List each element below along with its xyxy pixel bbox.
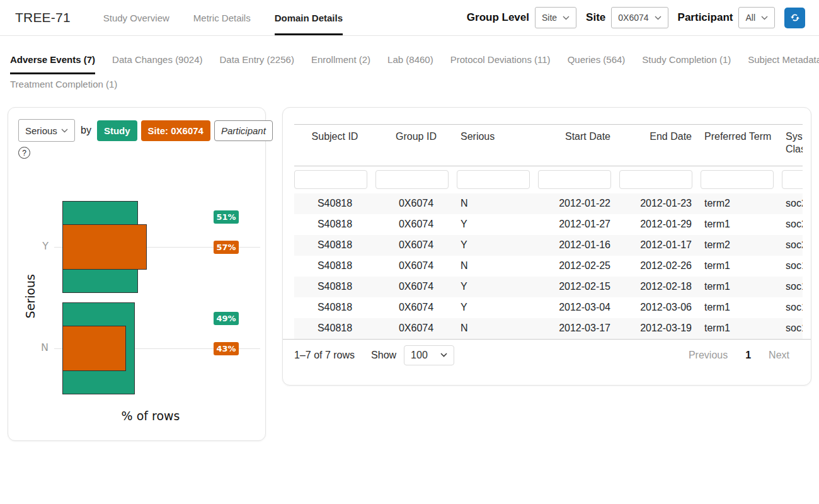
cell-system-organ-class: soc1	[782, 256, 803, 277]
column-header-end-date[interactable]: End Date	[619, 125, 701, 166]
cell-group-id: 0X6074	[375, 277, 457, 297]
previous-page-button[interactable]: Previous	[689, 350, 728, 361]
chevron-down-icon	[563, 16, 570, 20]
domain-tab-treatment-completion-1[interactable]: Treatment Completion (1)	[10, 79, 117, 89]
nav-item-study-overview[interactable]: Study Overview	[103, 0, 169, 35]
cell-start-date: 2012-03-04	[538, 297, 619, 318]
domain-tab-subject-metadata-2[interactable]: Subject Metadata (2)	[748, 45, 819, 74]
bar-site-0x6074-y	[62, 224, 147, 270]
main-nav: Study OverviewMetric DetailsDomain Detai…	[103, 0, 343, 35]
domain-tab-protocol-deviations-11[interactable]: Protocol Deviations (11)	[450, 45, 551, 74]
cell-preferred-term: term1	[701, 277, 782, 297]
column-filter-input-start-date[interactable]	[538, 170, 611, 189]
participant-select-value: All	[745, 13, 755, 23]
domain-tab-data-entry-2256[interactable]: Data Entry (2256)	[220, 45, 294, 74]
chevron-down-icon	[655, 16, 662, 20]
cell-preferred-term: term2	[701, 193, 782, 214]
domain-tab-study-completion-1[interactable]: Study Completion (1)	[642, 45, 731, 74]
value-label-site-0x6074-n: 43%	[214, 342, 239, 355]
participant-label: Participant	[678, 11, 733, 24]
cell-group-id: 0X6074	[375, 318, 457, 339]
table-filter-row	[294, 166, 803, 193]
nav-item-domain-details[interactable]: Domain Details	[275, 0, 343, 35]
cell-start-date: 2012-01-27	[538, 214, 619, 235]
next-page-button[interactable]: Next	[769, 350, 789, 361]
cell-serious: Y	[457, 277, 538, 297]
participant-filter: Participant All	[678, 7, 775, 28]
domain-tab-lab-8460[interactable]: Lab (8460)	[387, 45, 433, 74]
cell-system-organ-class: soc2	[782, 214, 803, 235]
cell-start-date: 2012-02-15	[538, 277, 619, 297]
value-label-study-n: 49%	[214, 312, 239, 325]
cell-system-organ-class: soc1	[782, 277, 803, 297]
row-range-text: 1–7 of 7 rows	[294, 350, 355, 361]
column-header-start-date[interactable]: Start Date	[538, 125, 619, 166]
cell-start-date: 2012-03-17	[538, 318, 619, 339]
domain-tab-adverse-events-7[interactable]: Adverse Events (7)	[10, 45, 95, 74]
cell-serious: N	[457, 318, 538, 339]
table-footer: 1–7 of 7 rows Show 100 Previous 1 Next	[283, 339, 811, 375]
cell-group-id: 0X6074	[375, 256, 457, 277]
chart-x-axis-label: % of rows	[56, 409, 245, 423]
cell-system-organ-class: soc1	[782, 318, 803, 339]
cell-subject-id: S40818	[294, 256, 375, 277]
participant-select[interactable]: All	[738, 7, 775, 28]
domain-tab-queries-564[interactable]: Queries (564)	[568, 45, 626, 74]
cell-group-id: 0X6074	[375, 297, 457, 318]
cell-start-date: 2012-01-22	[538, 193, 619, 214]
column-header-serious[interactable]: Serious	[457, 125, 538, 166]
page-size-select[interactable]: 100	[404, 345, 454, 365]
domain-tabs: Adverse Events (7)Data Changes (9024)Dat…	[10, 45, 814, 89]
domain-tab-enrollment-2[interactable]: Enrollment (2)	[311, 45, 370, 74]
group-level-filter: Group Level Site	[467, 7, 576, 28]
adverse-events-table: Subject IDGroup IDSeriousStart DateEnd D…	[294, 124, 803, 339]
cell-subject-id: S40818	[294, 214, 375, 235]
cell-serious: Y	[457, 235, 538, 256]
table-row: S408180X6074Y2012-02-152012-02-18term1so…	[294, 277, 803, 297]
column-filter-input-end-date[interactable]	[619, 170, 692, 189]
nav-item-metric-details[interactable]: Metric Details	[193, 0, 251, 35]
table-row: S408180X6074N2012-02-252012-02-26term1so…	[294, 256, 803, 277]
site-label: Site	[586, 11, 605, 24]
table-row: S408180X6074N2012-01-222012-01-23term2so…	[294, 193, 803, 214]
column-header-preferred-term[interactable]: Preferred Term	[701, 125, 782, 166]
column-filter-input-preferred-term[interactable]	[701, 170, 774, 189]
group-level-label: Group Level	[467, 11, 529, 24]
group-level-select[interactable]: Site	[535, 7, 576, 28]
cell-subject-id: S40818	[294, 193, 375, 214]
current-page-button[interactable]: 1	[745, 350, 751, 361]
cell-subject-id: S40818	[294, 318, 375, 339]
cell-end-date: 2012-03-19	[619, 318, 701, 339]
column-filter-input-subject-id[interactable]	[294, 170, 367, 189]
cell-system-organ-class: soc2	[782, 193, 803, 214]
app-header: TREE-71 Study OverviewMetric DetailsDoma…	[0, 0, 819, 36]
chevron-down-icon	[761, 16, 768, 20]
domain-tabs-row-2: Treatment Completion (1)	[10, 79, 814, 89]
column-filter-input-system-organ-class[interactable]	[782, 170, 803, 189]
chart-tick-label-n: N	[27, 341, 49, 353]
column-filter-input-group-id[interactable]	[375, 170, 449, 189]
column-filter-input-serious[interactable]	[457, 170, 530, 189]
cell-preferred-term: term1	[701, 256, 782, 277]
table-row: S408180X6074Y2012-01-272012-01-29term1so…	[294, 214, 803, 235]
bar-chart: Serious % of rows Y51%57%N49%43%	[8, 108, 265, 440]
chart-y-axis-label: Serious	[23, 274, 37, 318]
cell-system-organ-class: soc1	[782, 297, 803, 318]
cell-preferred-term: term2	[701, 235, 782, 256]
value-label-site-0x6074-y: 57%	[214, 241, 239, 254]
site-select[interactable]: 0X6074	[611, 7, 668, 28]
table-viewport: Subject IDGroup IDSeriousStart DateEnd D…	[288, 124, 803, 340]
domain-tab-data-changes-9024[interactable]: Data Changes (9024)	[112, 45, 202, 74]
header-filter-controls: Group Level Site Site 0X6074 Participant…	[467, 7, 805, 28]
table-card: Subject IDGroup IDSeriousStart DateEnd D…	[282, 107, 811, 386]
column-header-subject-id[interactable]: Subject ID	[294, 125, 375, 166]
site-filter: Site 0X6074	[586, 7, 668, 28]
cell-group-id: 0X6074	[375, 235, 457, 256]
refresh-button[interactable]	[784, 8, 805, 28]
cell-end-date: 2012-02-18	[619, 277, 701, 297]
site-select-value: 0X6074	[618, 13, 648, 23]
column-header-system-organ-class[interactable]: System Organ Class	[782, 125, 803, 166]
cell-preferred-term: term1	[701, 214, 782, 235]
column-header-group-id[interactable]: Group ID	[375, 125, 457, 166]
cell-group-id: 0X6074	[375, 214, 457, 235]
